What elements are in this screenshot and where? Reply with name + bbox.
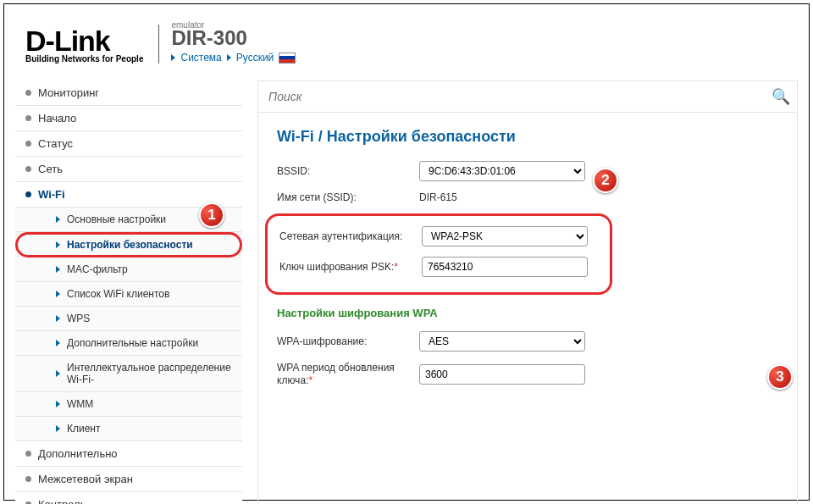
submenu-label: Настройки безопасности	[67, 239, 193, 251]
sidebar-item-network[interactable]: Сеть	[15, 157, 242, 182]
brand: D-Link	[25, 25, 143, 58]
caret-icon	[56, 216, 60, 223]
sidebar: Мониторинг Начало Статус Сеть Wi-Fi Осно…	[15, 80, 242, 504]
sidebar-item-label: Начало	[38, 112, 76, 125]
row-bssid: BSSID: 9C:D6:43:3D:01:06	[277, 161, 782, 181]
caret-icon	[56, 266, 60, 273]
crumb-language[interactable]: Русский	[236, 52, 274, 64]
ssid-label: Имя сети (SSID):	[277, 191, 419, 203]
row-wpa-enc: WPA-шифрование: AES	[277, 331, 782, 352]
caret-icon	[56, 401, 60, 407]
submenu-smart-wifi[interactable]: Интеллектуальное распределение Wi-Fi-	[15, 356, 242, 392]
sidebar-item-label: Межсетевой экран	[38, 473, 133, 485]
bullet-icon	[25, 115, 31, 121]
sidebar-item-status[interactable]: Статус	[15, 131, 242, 157]
breadcrumb: Система Русский	[171, 52, 296, 64]
sidebar-item-firewall[interactable]: Межсетевой экран	[15, 467, 242, 492]
psk-label: Ключ шифрования PSK:*	[279, 261, 422, 273]
annotation-badge-3: 3	[767, 364, 793, 390]
row-ssid: Имя сети (SSID): DIR-615	[277, 191, 782, 203]
submenu-client-list[interactable]: Список WiFi клиентов	[15, 282, 242, 307]
sidebar-item-label: Контроль	[38, 498, 86, 504]
auth-select[interactable]: WPA2-PSK	[422, 226, 588, 246]
wpa-period-label: WPA период обновления ключа:*	[277, 362, 419, 387]
sidebar-item-label: Дополнительно	[38, 447, 118, 460]
bullet-icon	[25, 141, 31, 147]
sidebar-item-start[interactable]: Начало	[15, 106, 242, 131]
ssid-value: DIR-615	[419, 191, 457, 203]
submenu-label: Основные настройки	[67, 213, 166, 225]
model-block: emulator DIR-300 Система Русский	[171, 20, 296, 64]
psk-input[interactable]	[422, 257, 588, 277]
submenu-label: WPS	[67, 313, 90, 324]
wpa-period-input[interactable]	[419, 364, 585, 385]
annotation-badge-1: 1	[199, 202, 224, 228]
callout-auth-box: Сетевая аутентификация: WPA2-PSK Ключ ши…	[265, 213, 612, 295]
bssid-label: BSSID:	[277, 165, 419, 177]
sidebar-item-control[interactable]: Контроль	[15, 492, 242, 504]
sidebar-item-extra[interactable]: Дополнительно	[15, 441, 242, 467]
row-psk: Ключ шифрования PSK:*	[279, 257, 598, 277]
sidebar-item-label: Мониторинг	[38, 86, 99, 99]
submenu-label: Клиент	[67, 423, 101, 435]
search-bar: 🔍	[258, 80, 797, 113]
caret-icon	[56, 315, 60, 322]
caret-icon	[56, 241, 60, 248]
logo: D-Link Building Networks for People	[25, 25, 143, 64]
submenu-advanced[interactable]: Дополнительные настройки	[15, 331, 242, 356]
search-icon[interactable]: 🔍	[772, 87, 790, 106]
caret-icon	[56, 370, 60, 377]
bullet-icon	[25, 166, 31, 172]
sidebar-item-label: Wi-Fi	[38, 188, 65, 201]
submenu-mac-filter[interactable]: MAC-фильтр	[15, 258, 242, 282]
submenu-client[interactable]: Клиент	[15, 417, 242, 441]
submenu-label: Список WiFi клиентов	[67, 288, 169, 300]
bssid-select[interactable]: 9C:D6:43:3D:01:06	[419, 161, 585, 181]
caret-icon	[56, 291, 60, 297]
header: D-Link Building Networks for People emul…	[0, 0, 813, 69]
caret-icon	[171, 54, 175, 61]
crumb-system[interactable]: Система	[180, 52, 221, 64]
auth-label: Сетевая аутентификация:	[279, 230, 422, 242]
submenu-label: MAC-фильтр	[67, 263, 128, 275]
submenu-wmm[interactable]: WMM	[15, 392, 242, 417]
annotation-badge-2: 2	[593, 168, 618, 193]
bullet-icon	[25, 90, 31, 96]
wpa-section-heading: Настройки шифрования WPA	[277, 307, 782, 319]
sidebar-item-monitoring[interactable]: Мониторинг	[15, 80, 242, 106]
sidebar-item-label: Сеть	[38, 163, 63, 175]
brand-tagline: Building Networks for People	[25, 54, 143, 64]
page-title: Wi-Fi / Настройки безопасности	[277, 128, 782, 146]
submenu-security[interactable]: Настройки безопасности	[15, 232, 242, 258]
caret-icon	[56, 340, 60, 346]
search-input[interactable]	[265, 85, 772, 108]
submenu-label: Дополнительные настройки	[67, 337, 198, 349]
flag-ru-icon[interactable]	[279, 53, 296, 64]
caret-icon	[227, 54, 231, 61]
submenu-wps[interactable]: WPS	[15, 307, 242, 331]
row-wpa-period: WPA период обновления ключа:*	[277, 362, 782, 387]
submenu-label: WMM	[67, 398, 93, 410]
submenu-label: Интеллектуальное распределение Wi-Fi-	[67, 362, 235, 385]
wpa-enc-select[interactable]: AES	[419, 331, 585, 352]
divider	[158, 25, 159, 64]
bullet-icon	[25, 476, 31, 482]
bullet-icon	[25, 191, 31, 197]
sidebar-item-label: Статус	[38, 137, 73, 150]
row-auth: Сетевая аутентификация: WPA2-PSK	[279, 226, 598, 246]
caret-icon	[56, 425, 60, 432]
main-panel: 🔍 Wi-Fi / Настройки безопасности BSSID: …	[257, 80, 798, 504]
model-name: DIR-300	[171, 28, 296, 48]
wpa-enc-label: WPA-шифрование:	[277, 335, 419, 347]
wifi-submenu: Основные настройки Настройки безопасност…	[15, 208, 242, 441]
bullet-icon	[25, 451, 31, 457]
